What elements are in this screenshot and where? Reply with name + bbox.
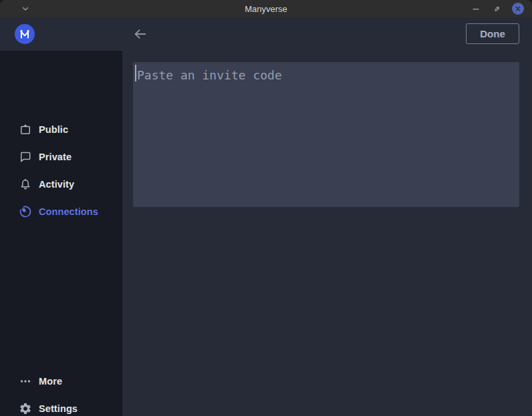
manyverse-window: Manyverse Done — [0, 0, 532, 416]
gear-icon — [19, 402, 32, 415]
close-icon[interactable] — [512, 3, 524, 15]
text-caret — [135, 65, 136, 81]
sidebar-item-private[interactable]: Private — [0, 148, 122, 166]
restore-icon[interactable] — [491, 3, 502, 14]
sidebar-item-activity[interactable]: Activity — [0, 175, 122, 194]
minimize-icon[interactable] — [471, 3, 481, 14]
sidebar-item-public[interactable]: Public — [0, 120, 122, 139]
sidebar-item-label: More — [39, 376, 62, 387]
sidebar-item-label: Connections — [39, 206, 98, 217]
window-controls — [471, 0, 524, 17]
sidebar-item-label: Settings — [39, 403, 78, 414]
app-header: Done — [0, 17, 532, 51]
invite-code-input[interactable] — [133, 62, 519, 207]
sidebar: Public Private Activity C — [0, 51, 122, 416]
bell-icon — [19, 178, 32, 191]
titlebar: Manyverse — [0, 0, 532, 17]
sidebar-item-more[interactable]: More — [0, 372, 122, 391]
sidebar-item-label: Private — [39, 152, 72, 162]
sidebar-item-label: Public — [39, 124, 68, 135]
ellipsis-icon — [19, 375, 32, 388]
sidebar-item-label: Activity — [39, 179, 74, 190]
main-content — [122, 51, 532, 416]
connections-icon — [19, 205, 32, 218]
window-title: Manyverse — [0, 4, 532, 14]
done-button[interactable]: Done — [466, 23, 519, 44]
manyverse-logo-icon — [15, 24, 35, 44]
message-bubble-icon — [19, 150, 32, 164]
back-arrow-icon[interactable] — [133, 27, 148, 41]
sidebar-item-connections[interactable]: Connections — [0, 202, 122, 221]
sidebar-item-settings[interactable]: Settings — [0, 399, 122, 416]
bulletin-board-icon — [19, 123, 32, 136]
